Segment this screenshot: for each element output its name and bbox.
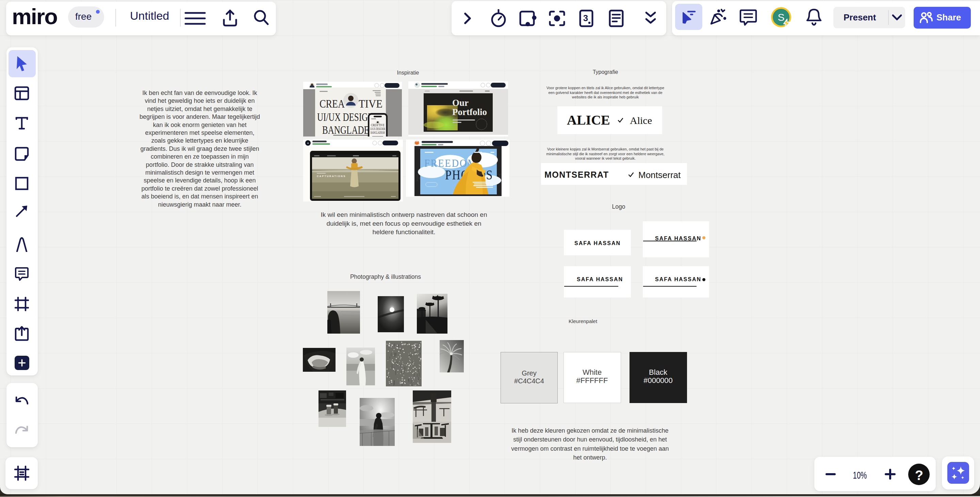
svg-text:CAPTURATIONS: CAPTURATIONS (317, 175, 346, 178)
svg-text:TIVE: TIVE (359, 98, 382, 110)
svg-text:3: 3 (583, 13, 588, 23)
svg-text:UI/UX DESIGNER: UI/UX DESIGNER (370, 127, 385, 131)
svg-text:CREA TIVE: CREA TIVE (371, 124, 385, 127)
svg-text:BANGLADESH: BANGLADESH (371, 131, 385, 134)
svg-text:A: A (307, 142, 309, 144)
svg-text:CREA: CREA (320, 98, 345, 110)
svg-text:Our: Our (452, 98, 469, 108)
svg-text:Portfolio: Portfolio (452, 107, 487, 117)
